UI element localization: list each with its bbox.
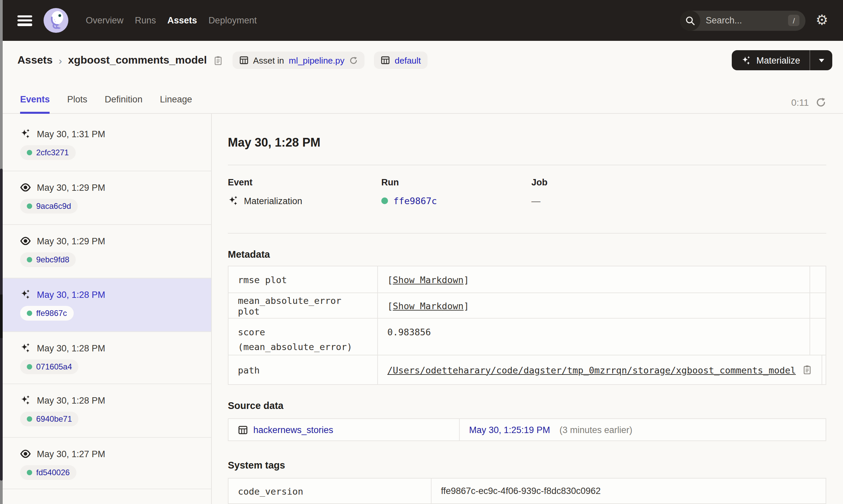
event-list: May 30, 1:31 PM 2cfc3271 May 30, 1:29 PM…: [3, 114, 212, 504]
refresh-icon[interactable]: [815, 97, 826, 108]
run-tag[interactable]: 9aca6c9d: [20, 199, 78, 214]
gear-icon[interactable]: ⚙: [815, 13, 828, 28]
metadata-heading: Metadata: [228, 248, 826, 260]
observation-eye-icon: [20, 236, 31, 246]
materialization-sparkle-icon: [20, 343, 31, 354]
event-list-item[interactable]: May 30, 1:29 PM 9ebc9fd8: [3, 225, 211, 278]
job-empty-value: —: [531, 196, 540, 206]
run-tag[interactable]: ffe9867c: [20, 306, 74, 321]
copy-asset-name-icon[interactable]: [213, 55, 223, 65]
event-list-item[interactable]: May 30, 1:28 PM 071605a4: [3, 332, 211, 384]
asset-location-file-link[interactable]: ml_pipeline.py: [289, 55, 344, 65]
system-tag-value: ffe9867c-ec9c-4f06-939c-f8dc830c0962: [431, 479, 826, 503]
materialize-dropdown-button[interactable]: [810, 50, 832, 70]
table-row: code_version ffe9867c-ec9c-4f06-939c-f8d…: [228, 479, 826, 503]
run-id-link[interactable]: 9ebc9fd8: [36, 255, 69, 264]
run-id-link[interactable]: 9aca6c9d: [36, 201, 71, 211]
run-id-link[interactable]: 071605a4: [36, 362, 72, 372]
table-row: path /Users/odetteharary/code/dagster/tm…: [228, 355, 826, 384]
source-asset-link[interactable]: hackernews_stories: [253, 425, 333, 435]
run-tag[interactable]: 071605a4: [20, 359, 79, 374]
event-time: May 30, 1:31 PM: [37, 129, 105, 139]
asset-tabs: Events Plots Definition Lineage: [20, 94, 192, 114]
run-id-link[interactable]: 2cfc3271: [36, 148, 69, 157]
top-nav: Overview Runs Assets Deployment Search..…: [3, 0, 843, 41]
nav-item-runs[interactable]: Runs: [135, 15, 156, 25]
run-label: Run: [381, 177, 531, 188]
observation-eye-icon: [20, 448, 31, 459]
source-asset-cell: hackernews_stories: [228, 419, 459, 440]
run-id-link[interactable]: fd540026: [36, 468, 70, 477]
breadcrumb-assets-link[interactable]: Assets: [17, 54, 53, 66]
materialization-sparkle-icon: [20, 395, 31, 406]
materialize-button[interactable]: Materialize: [732, 50, 809, 70]
breadcrumb-separator: ›: [58, 55, 62, 66]
event-time: May 30, 1:29 PM: [37, 236, 105, 246]
event-list-item[interactable]: May 30, 1:28 PM 6940be71: [3, 384, 211, 438]
search-icon: [680, 11, 700, 31]
source-time-link[interactable]: May 30, 1:25:19 PM: [469, 425, 550, 435]
run-tag[interactable]: 6940be71: [20, 412, 79, 426]
asset-location-badge[interactable]: Asset in ml_pipeline.py: [232, 52, 364, 69]
run-id-link[interactable]: ffe9867c: [36, 309, 67, 318]
nav-item-assets[interactable]: Assets: [168, 15, 197, 25]
event-label: Event: [228, 177, 381, 188]
metadata-value: 0.983856: [377, 319, 809, 355]
metadata-key: rmse plot: [228, 266, 377, 292]
nav-item-overview[interactable]: Overview: [86, 15, 124, 25]
metadata-key: path: [228, 355, 377, 384]
search-shortcut-badge: /: [788, 15, 799, 26]
source-relative-time: (3 minutes earlier): [560, 425, 633, 435]
run-id-link[interactable]: 6940be71: [36, 414, 72, 424]
run-status-dot: [27, 416, 32, 422]
run-id-link[interactable]: ffe9867c: [393, 195, 437, 206]
event-detail-title: May 30, 1:28 PM: [228, 135, 826, 150]
run-tag[interactable]: fd540026: [20, 465, 76, 480]
metadata-table: rmse plot [Show Markdown] mean_absolute_…: [228, 266, 826, 385]
run-status-dot: [27, 203, 32, 209]
run-tag[interactable]: 2cfc3271: [20, 145, 75, 160]
table-cell-empty: [809, 319, 826, 355]
table-icon: [381, 56, 390, 65]
event-time: May 30, 1:27 PM: [37, 449, 105, 459]
show-markdown-link[interactable]: [Show Markdown]: [387, 274, 469, 285]
show-markdown-link[interactable]: [Show Markdown]: [387, 300, 469, 311]
table-row: mean_absolute_error plot [Show Markdown]: [228, 292, 826, 318]
table-row: score(mean_absolute_error) 0.983856: [228, 318, 826, 355]
event-list-item-selected[interactable]: May 30, 1:28 PM ffe9867c: [3, 278, 211, 332]
job-label: Job: [531, 177, 826, 188]
refresh-countdown: 0:11: [791, 97, 809, 108]
asset-group-badge[interactable]: default: [374, 52, 428, 69]
path-link[interactable]: /Users/odetteharary/code/dagster/tmp_0mz…: [387, 364, 796, 375]
tab-definition[interactable]: Definition: [105, 94, 143, 114]
tab-lineage[interactable]: Lineage: [160, 94, 192, 114]
sparkle-icon: [741, 55, 751, 65]
metadata-key: mean_absolute_error plot: [228, 293, 377, 318]
event-list-item[interactable]: May 30, 1:29 PM 9aca6c9d: [3, 172, 211, 225]
reload-code-location-icon[interactable]: [349, 56, 358, 65]
table-cell-empty: [809, 293, 826, 318]
menu-icon[interactable]: [17, 15, 32, 26]
copy-path-icon[interactable]: [802, 365, 812, 375]
dagster-logo-icon[interactable]: [44, 8, 68, 33]
run-status-dot: [27, 364, 32, 370]
event-type-value: Materialization: [244, 196, 302, 206]
event-list-item[interactable]: May 30, 1:27 PM fd540026: [3, 438, 211, 489]
run-status-dot: [27, 470, 32, 475]
table-icon: [239, 56, 248, 65]
search-input[interactable]: Search... /: [680, 11, 806, 31]
run-tag[interactable]: 9ebc9fd8: [20, 252, 76, 267]
table-row: rmse plot [Show Markdown]: [228, 266, 826, 292]
event-time: May 30, 1:28 PM: [37, 395, 105, 405]
system-tags-heading: System tags: [228, 459, 826, 471]
nav-links: Overview Runs Assets Deployment: [86, 15, 257, 25]
event-time: May 30, 1:29 PM: [37, 182, 105, 193]
tab-events[interactable]: Events: [20, 94, 50, 114]
tab-plots[interactable]: Plots: [67, 94, 87, 114]
nav-item-deployment[interactable]: Deployment: [208, 15, 257, 25]
left-scrollbar-track[interactable]: [0, 0, 3, 504]
asset-group-link[interactable]: default: [395, 55, 421, 65]
event-list-item[interactable]: May 30, 1:31 PM 2cfc3271: [3, 114, 211, 172]
table-cell-empty: [809, 266, 826, 292]
refresh-timer: 0:11: [791, 97, 826, 108]
